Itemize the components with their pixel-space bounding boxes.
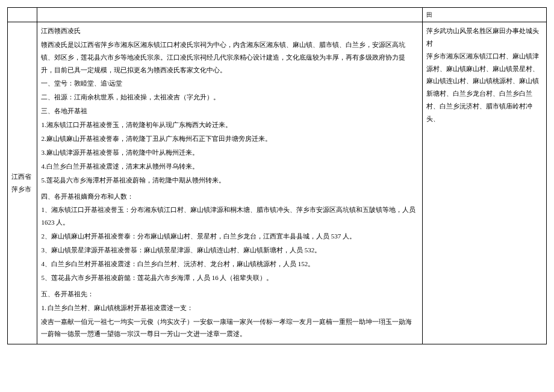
body-l3-1: 1.湘东镇江口开基祖凌誉玉，清乾隆初年从现广东梅西大岭迁来。 [41,119,419,131]
region-cell: 江西省萍乡市 [8,22,37,344]
region-text: 江西省萍乡市 [11,170,33,196]
body-title: 江西赣西凌氏 [41,25,419,37]
locations-text: 萍乡武功山风景名胜区麻田办事处城头村 萍乡市湘东区湘东镇江口村、麻山镇津源村、麻… [426,25,543,125]
grid-icon: 田 [426,12,432,18]
body-cell: 江西赣西凌氏 赣西凌氏是以江西省萍乡市湘东区湘东镇江口村凌氏宗祠为中心，内含湘东… [37,22,423,344]
body-l5-1: 1. 白兰乡白兰村、麻山镇桃源村开基祖凌震逑一支： [41,302,419,314]
body-line3: 三、各地开基祖 [41,105,419,117]
body-l3-3: 3.麻山镇津源开基祖凌誉慕，清乾隆中叶从梅州迁来。 [41,146,419,159]
locations-cell: 萍乡武功山风景名胜区麻田办事处城头村 萍乡市湘东区湘东镇江口村、麻山镇津源村、麻… [423,22,547,344]
header-cell-2 [37,8,423,22]
body-l4-3: 3、麻山镇景星津源开基祖凌誉慕：麻山镇景星津源、麻山镇连山村、麻山镇新塘村，人员… [41,244,419,257]
body-l4-5: 5、莲花县六市乡开基祖凌蔚懿：莲花县六市乡海潭，人员 16 人（祖辈失联）。 [41,272,419,284]
body-l5-text: 凌吉一嘉献一伯元一祖七一均实一元俊（均实次子）一安叙一康瑞一家兴一传标一孝琮一友… [41,316,419,341]
body-line2: 二、祖源：江南余杭世系，始祖凌操，太祖凌吉（字允升）。 [41,91,419,104]
header-row: 田 [8,8,547,22]
document-table: 田 江西省萍乡市 江西赣西凌氏 赣西凌氏是以江西省萍乡市湘东区湘东镇江口村凌氏宗… [7,7,547,344]
body-l3-5: 5.莲花县六市乡海潭村开基祖凌蔚翰，清乾隆中期从赣州转来。 [41,174,419,187]
body-l4-4: 4、白兰乡白兰村开基祖凌震逑：白兰乡白兰村、沅济村、龙台村，麻山镇桃源村，人员 … [41,258,419,270]
body-line4: 四、各开基祖嫡裔分布和人数： [41,190,419,203]
body-line5: 五、各开基祖先： [41,288,419,300]
body-l3-2: 2.麻山镇麻山开基祖凌誉泰，清乾隆丁丑从广东梅州石正下官田井塘旁房迁来。 [41,132,419,145]
body-l3-4: 4.白兰乡白兰开基祖凌震逑，清末末从赣州寻乌转来。 [41,160,419,173]
header-cell-3: 田 [423,8,547,22]
header-cell-1 [8,8,37,22]
body-l4-1: 1、湘东镇江口开基祖凌誉玉：分布湘东镇江口村、麻山镇津源和桐木塘、腊市镇冲头、萍… [41,204,419,229]
body-line1: 一、堂号：敦睦堂、追\远堂 [41,77,419,90]
body-l4-2: 2、麻山镇麻山村开基祖凌誉泰：分布麻山镇麻山村、景星村，白兰乡龙台，江西宜丰县县… [41,230,419,243]
content-row: 江西省萍乡市 江西赣西凌氏 赣西凌氏是以江西省萍乡市湘东区湘东镇江口村凌氏宗祠为… [8,22,547,344]
body-intro: 赣西凌氏是以江西省萍乡市湘东区湘东镇江口村凌氏宗祠为中心，内含湘东区湘东镇、麻山… [41,39,419,76]
